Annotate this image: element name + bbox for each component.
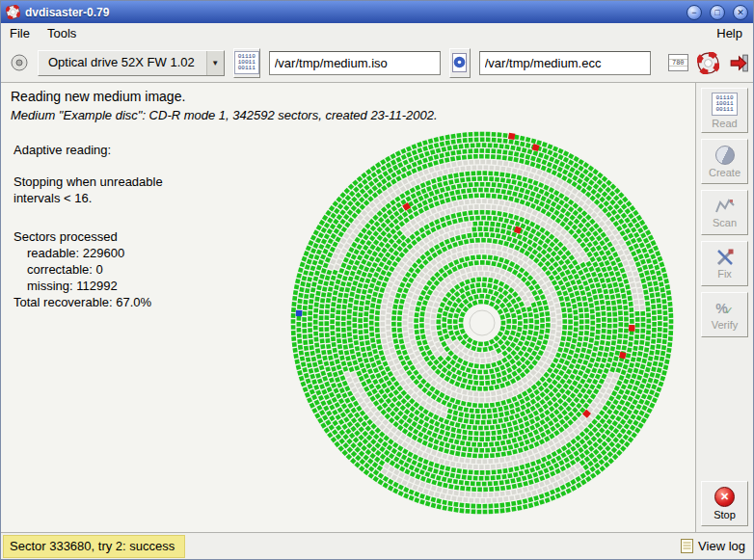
scan-label: Scan: [713, 217, 737, 228]
status-line-1: Reading new medium image.: [11, 89, 686, 104]
menu-tools[interactable]: Tools: [47, 26, 76, 40]
read-label: Read: [712, 118, 737, 129]
window-title: dvdisaster-0.79: [25, 6, 679, 19]
maximize-button[interactable]: □: [710, 5, 725, 20]
drive-selector-value: Optical drive 52X FW 1.02: [39, 51, 206, 75]
menubar: File Tools Help: [1, 23, 753, 43]
stop-x-glyph: ✕: [720, 492, 729, 502]
image-file-button[interactable]: 01110 10011 00111: [233, 48, 260, 78]
content-area: Reading new medium image. Medium "Exampl…: [1, 83, 753, 532]
minimize-button[interactable]: −: [687, 5, 702, 20]
stopping-line-1: Stopping when unreadable: [13, 173, 163, 190]
read-button[interactable]: 01110 10011 00111 Read: [701, 88, 748, 133]
sectors-correctable: correctable: 0: [13, 261, 163, 278]
app-window: dvdisaster-0.79 − □ ✕ File Tools Help Op…: [0, 0, 754, 560]
create-icon: [715, 146, 735, 165]
readable-value: 229600: [83, 246, 124, 260]
status-message: Sector 333680, try 2: success: [3, 535, 185, 558]
fix-button[interactable]: Fix: [701, 241, 748, 286]
correctable-value: 0: [96, 262, 103, 277]
stop-icon: ✕: [714, 487, 735, 507]
fix-label: Fix: [717, 268, 732, 280]
action-sidebar: 01110 10011 00111 Read Create Scan: [695, 83, 753, 532]
check-glyph: ✓: [725, 305, 734, 317]
chevron-down-icon: ▼: [206, 51, 224, 75]
binary-line: 00111: [715, 107, 733, 113]
toolbar: Optical drive 52X FW 1.02 ▼ 01110 10011 …: [1, 43, 753, 83]
reading-stats: Adaptive reading: Stopping when unreadab…: [13, 142, 163, 310]
read-icon: 01110 10011 00111: [712, 93, 737, 116]
verify-button[interactable]: % ✓ Verify: [701, 292, 748, 337]
image-file-input[interactable]: [269, 51, 441, 75]
create-button[interactable]: Create: [701, 139, 748, 184]
verify-label: Verify: [712, 319, 739, 331]
view-log-label: View log: [698, 539, 745, 553]
menu-file[interactable]: File: [10, 26, 30, 40]
missing-label: missing:: [27, 279, 73, 293]
preferences-icon-text: 780: [672, 59, 685, 67]
status-area: Reading new medium image. Medium "Exampl…: [1, 83, 695, 124]
statusbar: Sector 333680, try 2: success View log: [1, 532, 753, 559]
view-log-button[interactable]: View log: [681, 539, 745, 553]
disc-spiral-visualization: [286, 127, 678, 519]
quit-icon: [728, 52, 750, 74]
readable-label: readable:: [27, 246, 79, 260]
ecc-file-input[interactable]: [479, 51, 651, 75]
scan-button[interactable]: Scan: [701, 190, 748, 235]
main-panel: Adaptive reading: Stopping when unreadab…: [1, 124, 695, 532]
menu-help[interactable]: Help: [716, 26, 742, 40]
total-recoverable: Total recoverable: 67.0%: [13, 294, 163, 310]
status-line-2: Medium "Example disc": CD-R mode 1, 3425…: [11, 108, 686, 122]
binary-file-icon: 01110 10011 00111: [234, 51, 259, 74]
sectors-readable: readable: 229600: [13, 245, 163, 261]
stop-label: Stop: [714, 509, 736, 520]
binary-line: 00111: [238, 66, 256, 71]
drive-icon: [10, 53, 29, 72]
drive-selector[interactable]: Optical drive 52X FW 1.02 ▼: [38, 50, 225, 76]
sectors-missing: missing: 112992: [13, 278, 163, 294]
scan-icon: [714, 198, 736, 215]
close-button[interactable]: ✕: [733, 5, 748, 20]
preferences-button[interactable]: 780: [668, 50, 688, 76]
app-icon: [6, 5, 20, 19]
missing-value: 112992: [76, 279, 117, 293]
sectors-heading: Sectors processed: [13, 228, 163, 245]
lifebuoy-icon: [697, 52, 719, 74]
help-button[interactable]: [697, 50, 719, 76]
stopping-line-2: intervals < 16.: [13, 190, 163, 206]
fix-icon: [714, 249, 736, 266]
ecc-file-icon: [450, 52, 470, 73]
stop-button[interactable]: ✕ Stop: [701, 481, 748, 526]
preferences-icon: 780: [668, 54, 688, 71]
correctable-label: correctable:: [27, 262, 93, 277]
create-label: Create: [709, 167, 741, 178]
ecc-file-button[interactable]: [449, 48, 471, 78]
log-page-icon: [681, 539, 693, 553]
quit-button[interactable]: [728, 50, 750, 76]
verify-icon: % ✓: [715, 300, 734, 317]
titlebar[interactable]: dvdisaster-0.79 − □ ✕: [1, 1, 753, 23]
adaptive-heading: Adaptive reading:: [13, 142, 163, 158]
